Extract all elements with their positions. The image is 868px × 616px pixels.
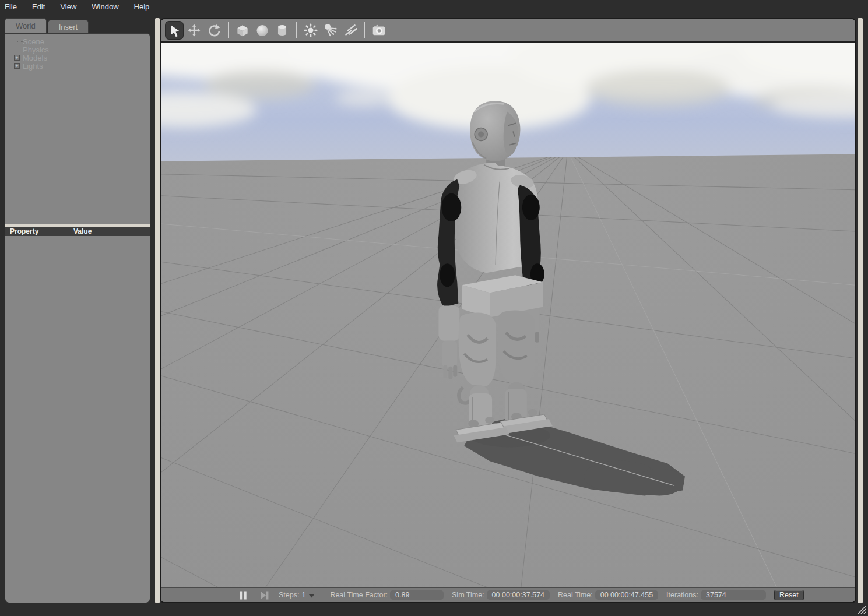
reset-button[interactable]: Reset bbox=[774, 590, 804, 600]
column-header-value[interactable]: Value bbox=[73, 227, 92, 236]
world-panel-body: Scene Physics + Models + Lights Property bbox=[5, 33, 150, 603]
gazebo-window: File Edit View Window Help World Insert … bbox=[0, 0, 868, 616]
pause-icon bbox=[239, 591, 247, 600]
steps-value[interactable]: 1 bbox=[301, 591, 305, 599]
spotlight-icon bbox=[323, 23, 338, 38]
insert-cylinder-button[interactable] bbox=[273, 22, 291, 39]
scene-canvas bbox=[161, 43, 855, 587]
panel-tabs: World Insert bbox=[5, 18, 150, 33]
sun-icon bbox=[303, 23, 318, 38]
cylinder-icon bbox=[275, 23, 290, 38]
toolbar-separator bbox=[296, 22, 297, 38]
step-forward-icon bbox=[260, 591, 269, 600]
resize-grip-icon bbox=[854, 604, 867, 614]
3d-scene-view[interactable] bbox=[161, 43, 855, 587]
column-header-property[interactable]: Property bbox=[5, 227, 73, 236]
menu-edit[interactable]: Edit bbox=[32, 1, 45, 12]
iterations-label: Iterations: bbox=[666, 591, 698, 599]
tree-branch bbox=[17, 50, 23, 50]
menu-view[interactable]: View bbox=[60, 1, 76, 12]
rotate-tool-button[interactable] bbox=[205, 22, 223, 39]
steps-spinner[interactable]: Steps: 1 bbox=[279, 591, 315, 599]
left-panel: World Insert Scene Physics + Models bbox=[5, 18, 150, 603]
screenshot-button[interactable] bbox=[370, 22, 388, 39]
rotate-arrow-icon bbox=[207, 23, 221, 37]
tree-branch bbox=[17, 41, 23, 42]
cube-icon bbox=[235, 23, 250, 38]
steps-label: Steps: bbox=[279, 591, 299, 599]
menu-help[interactable]: Help bbox=[134, 1, 150, 12]
chevron-down-icon bbox=[308, 594, 315, 598]
world-tree: Scene Physics + Models + Lights bbox=[5, 34, 150, 70]
tree-item-label: Physics bbox=[23, 45, 49, 54]
translate-tool-button[interactable] bbox=[185, 22, 203, 39]
point-light-button[interactable] bbox=[302, 22, 319, 39]
menu-window[interactable]: Window bbox=[92, 1, 118, 12]
simulation-status-bar: Steps: 1 Real Time Factor: 0.89 Sim Time… bbox=[161, 587, 855, 602]
right-splitter-strip[interactable] bbox=[858, 18, 863, 603]
sim-time-label: Sim Time: bbox=[452, 591, 484, 599]
step-button[interactable] bbox=[258, 589, 270, 601]
tree-item-label: Scene bbox=[23, 37, 44, 46]
tree-item-label: Lights bbox=[23, 62, 43, 71]
tree-item-physics[interactable]: Physics bbox=[5, 45, 150, 54]
tree-item-label: Models bbox=[23, 54, 47, 62]
camera-icon bbox=[371, 23, 386, 38]
toolbar-separator bbox=[364, 22, 365, 38]
rtf-label: Real Time Factor: bbox=[330, 591, 388, 599]
render-viewport-panel: Steps: 1 Real Time Factor: 0.89 Sim Time… bbox=[160, 18, 856, 603]
directional-light-button[interactable] bbox=[342, 22, 359, 39]
real-time-value-field: 00 00:00:47.455 bbox=[595, 590, 658, 600]
spot-light-button[interactable] bbox=[322, 22, 339, 39]
move-arrows-icon bbox=[187, 23, 201, 37]
menu-bar: File Edit View Window Help bbox=[0, 0, 868, 13]
rtf-value-field: 0.89 bbox=[390, 590, 444, 600]
tree-item-scene[interactable]: Scene bbox=[5, 37, 150, 45]
cursor-arrow-icon bbox=[167, 23, 181, 37]
insert-box-button[interactable] bbox=[234, 22, 251, 39]
sim-time-value-field: 00 00:00:37.574 bbox=[487, 590, 550, 600]
real-time-label: Real Time: bbox=[558, 591, 593, 599]
directional-rays-icon bbox=[343, 23, 358, 38]
iterations-value-field: 37574 bbox=[701, 590, 766, 600]
vertical-splitter[interactable] bbox=[155, 18, 160, 603]
tab-insert[interactable]: Insert bbox=[48, 20, 89, 33]
window-resize-grip[interactable] bbox=[854, 604, 867, 614]
property-table-header: Property Value bbox=[5, 227, 150, 236]
sphere-icon bbox=[255, 23, 270, 38]
toolbar-separator bbox=[228, 22, 229, 38]
pause-button[interactable] bbox=[237, 589, 249, 601]
scene-toolbar bbox=[161, 19, 855, 43]
expand-plus-icon[interactable]: + bbox=[14, 63, 20, 69]
tree-item-models[interactable]: + Models bbox=[5, 54, 150, 62]
tree-item-lights[interactable]: + Lights bbox=[5, 62, 150, 70]
tab-world[interactable]: World bbox=[5, 18, 47, 33]
menu-file[interactable]: File bbox=[5, 1, 17, 12]
expand-plus-icon[interactable]: + bbox=[14, 55, 20, 61]
select-tool-button[interactable] bbox=[166, 22, 183, 39]
insert-sphere-button[interactable] bbox=[254, 22, 271, 39]
